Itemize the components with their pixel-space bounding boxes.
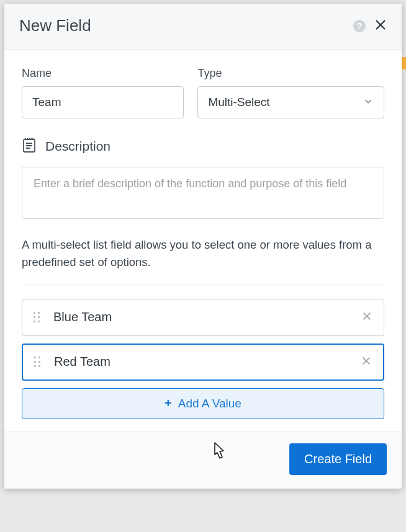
background-accent [402, 57, 406, 69]
values-divider [22, 285, 384, 285]
modal-title: New Field [19, 16, 91, 35]
description-heading-text: Description [45, 139, 111, 154]
create-field-button[interactable]: Create Field [289, 443, 387, 475]
values-list: Blue TeamRed Team [22, 299, 384, 381]
type-select[interactable]: Multi-Select [197, 86, 384, 118]
add-value-label: Add A Value [178, 397, 241, 410]
close-icon[interactable] [374, 19, 387, 33]
name-type-row: Name Type Multi-Select [22, 67, 384, 118]
modal-header: New Field ? [4, 4, 402, 50]
modal-footer: Create Field [4, 432, 402, 489]
name-label: Name [22, 67, 184, 80]
chevron-down-icon [363, 95, 374, 110]
add-value-button[interactable]: + Add A Value [22, 388, 384, 419]
remove-value-icon[interactable] [361, 355, 372, 369]
remove-value-icon[interactable] [361, 311, 372, 324]
name-field-group: Name [22, 67, 184, 118]
description-textarea[interactable]: Enter a brief description of the functio… [22, 167, 384, 219]
new-field-modal: New Field ? Name Type Multi-Select [4, 4, 402, 489]
type-label: Type [197, 67, 384, 80]
modal-body: Name Type Multi-Select [4, 50, 402, 432]
clipboard-icon [22, 137, 37, 156]
type-select-value: Multi-Select [208, 95, 269, 109]
value-label: Blue Team [53, 310, 361, 324]
name-input[interactable] [22, 86, 184, 118]
header-actions: ? [353, 19, 387, 33]
description-placeholder: Enter a brief description of the functio… [34, 177, 346, 190]
description-heading: Description [22, 137, 384, 156]
plus-icon: + [165, 396, 172, 410]
value-row[interactable]: Red Team [22, 344, 384, 381]
drag-handle-icon[interactable] [34, 312, 40, 322]
type-helper-text: A multi-select list field allows you to … [22, 236, 384, 271]
name-input-field[interactable] [32, 95, 173, 109]
help-icon[interactable]: ? [353, 20, 366, 32]
type-field-group: Type Multi-Select [197, 67, 384, 118]
value-label: Red Team [54, 355, 361, 369]
value-row[interactable]: Blue Team [22, 299, 384, 336]
drag-handle-icon[interactable] [34, 357, 40, 367]
